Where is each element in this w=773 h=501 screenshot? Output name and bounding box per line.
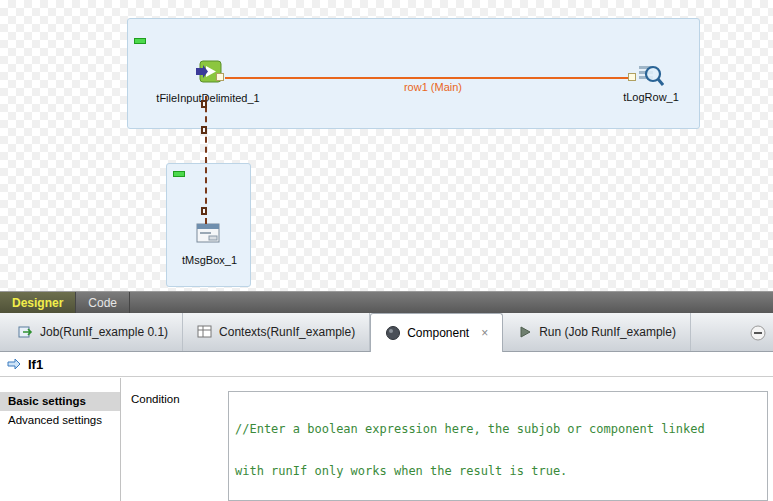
- condition-label: Condition: [131, 393, 180, 405]
- sidebar-item-basic-settings[interactable]: Basic settings: [0, 392, 120, 411]
- trigger-anchor-icon[interactable]: [201, 126, 207, 134]
- code-comment-line: with runIf only works when the result is…: [235, 464, 761, 478]
- tmsgbox-component-icon[interactable]: [195, 220, 221, 246]
- minimize-icon[interactable]: [750, 325, 766, 341]
- trigger-anchor-icon[interactable]: [201, 207, 207, 215]
- condition-code-editor[interactable]: //Enter a boolean expression here, the s…: [228, 391, 768, 501]
- close-icon[interactable]: ×: [481, 326, 488, 340]
- tab-designer[interactable]: Designer: [0, 292, 76, 313]
- component-icon: [385, 325, 401, 341]
- designer-code-tabbar: Designer Code: [0, 291, 773, 313]
- runif-trigger-link[interactable]: [205, 96, 207, 224]
- connection-label: row1 (Main): [368, 81, 498, 93]
- contexts-icon: [197, 324, 213, 340]
- settings-sidebar: Basic settings Advanced settings: [0, 378, 121, 501]
- tab-contexts-label: Contexts(RunIf_example): [219, 325, 355, 339]
- connection-source-anchor-icon[interactable]: [216, 73, 224, 81]
- sidebar-item-advanced-settings[interactable]: Advanced settings: [0, 411, 120, 430]
- subjob-collapse-tag-icon[interactable]: [173, 171, 185, 177]
- component-label: tMsgBox_1: [167, 254, 252, 266]
- view-tabbar: Job(RunIf_example 0.1) Contexts(RunIf_ex…: [0, 313, 773, 352]
- run-icon: [517, 324, 533, 340]
- component-label: tFileInputDelimited_1: [143, 92, 273, 104]
- tab-code[interactable]: Code: [76, 292, 130, 313]
- row-connection-line[interactable]: [225, 77, 632, 79]
- subjob-collapse-tag-icon[interactable]: [134, 38, 146, 44]
- component-settings-panel: If1 Basic settings Advanced settings Con…: [0, 352, 773, 501]
- if-arrow-icon: [6, 356, 22, 372]
- tab-job[interactable]: Job(RunIf_example 0.1): [4, 313, 183, 351]
- tab-run-label: Run (Job RunIf_example): [539, 325, 676, 339]
- tab-component-label: Component: [407, 326, 469, 340]
- panel-title: If1: [28, 357, 43, 372]
- job-icon: [18, 324, 34, 340]
- trigger-anchor-icon[interactable]: [201, 100, 207, 108]
- tlogrow-component-icon[interactable]: [638, 62, 664, 88]
- tab-component[interactable]: Component ×: [370, 313, 503, 352]
- component-label: tLogRow_1: [591, 91, 711, 103]
- talend-studio-window: tFileInputDelimited_1 row1 (Main) tLogRo…: [0, 0, 773, 501]
- subjob-main[interactable]: tFileInputDelimited_1 row1 (Main) tLogRo…: [127, 18, 700, 129]
- tab-job-label: Job(RunIf_example 0.1): [40, 325, 168, 339]
- tab-run[interactable]: Run (Job RunIf_example): [503, 313, 691, 351]
- subjob-msgbox[interactable]: tMsgBox_1: [166, 163, 251, 287]
- tab-contexts[interactable]: Contexts(RunIf_example): [183, 313, 370, 351]
- job-design-canvas[interactable]: tFileInputDelimited_1 row1 (Main) tLogRo…: [0, 0, 773, 291]
- connection-target-anchor-icon[interactable]: [628, 73, 636, 81]
- code-comment-line: //Enter a boolean expression here, the s…: [235, 422, 761, 436]
- tfileinputdelimited-component-icon[interactable]: [196, 59, 222, 85]
- panel-header: If1: [0, 352, 773, 377]
